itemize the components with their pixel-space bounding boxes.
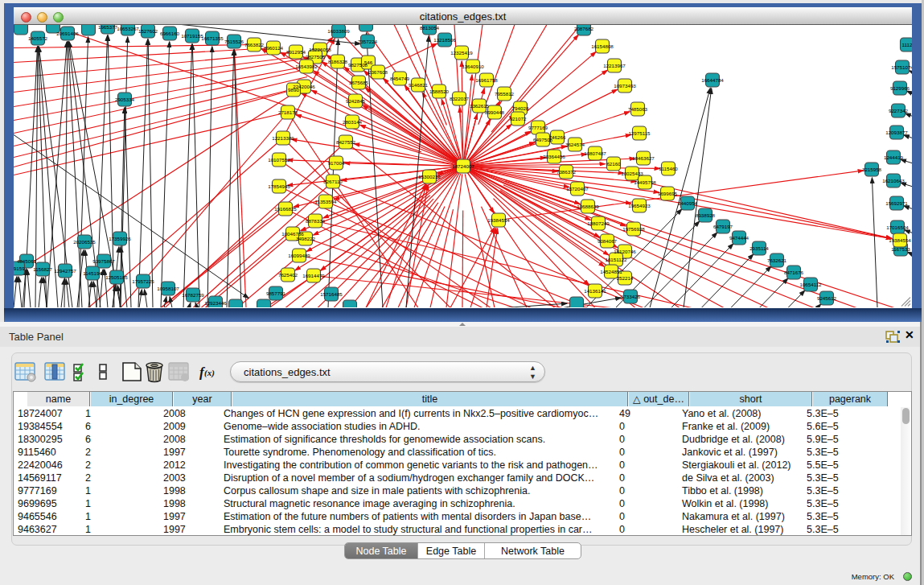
svg-text:7625402: 7625402 — [278, 272, 298, 278]
svg-text:9777169: 9777169 — [528, 125, 548, 130]
svg-text:16151122: 16151122 — [605, 257, 627, 262]
svg-text:6497508: 6497508 — [533, 137, 553, 142]
svg-text:15716485: 15716485 — [320, 291, 343, 297]
svg-text:2718176: 2718176 — [278, 109, 298, 115]
svg-text:6479197: 6479197 — [713, 224, 733, 229]
svg-text:13640910: 13640910 — [462, 64, 484, 69]
svg-text:1156827: 1156827 — [33, 266, 52, 272]
svg-text:252214: 252214 — [617, 275, 634, 281]
svg-text:794028: 794028 — [512, 105, 529, 111]
svg-text:16033809: 16033809 — [327, 28, 350, 34]
svg-text:1145194: 1145194 — [83, 270, 102, 276]
svg-text:8990448: 8990448 — [485, 109, 505, 115]
svg-text:16154808: 16154808 — [591, 43, 614, 49]
svg-text:9699695: 9699695 — [658, 191, 678, 196]
svg-text:10958107: 10958107 — [157, 286, 179, 291]
svg-text:12093877: 12093877 — [885, 130, 908, 135]
svg-text:12213967: 12213967 — [603, 63, 626, 68]
svg-text:7515526: 7515526 — [224, 39, 244, 44]
svg-text:16099489: 16099489 — [288, 253, 310, 258]
svg-text:10973493: 10973493 — [614, 83, 636, 89]
svg-text:7357224: 7357224 — [358, 39, 378, 44]
svg-text:10107552: 10107552 — [268, 157, 290, 163]
svg-text:3675685: 3675685 — [349, 80, 369, 85]
svg-text:19384554: 19384554 — [487, 217, 510, 223]
svg-text:7663822: 7663822 — [244, 42, 265, 47]
svg-text:12213389: 12213389 — [272, 135, 294, 141]
svg-text:10688639: 10688639 — [577, 204, 599, 209]
svg-text:8454749: 8454749 — [390, 76, 410, 81]
svg-text:10654112: 10654112 — [799, 282, 822, 287]
svg-text:8471676: 8471676 — [784, 270, 804, 275]
svg-text:8427552: 8427552 — [336, 139, 356, 145]
svg-text:19654923: 19654923 — [628, 203, 651, 208]
svg-text:2087682: 2087682 — [574, 26, 594, 31]
svg-text:15720407: 15720407 — [566, 186, 589, 192]
svg-text:1244419: 1244419 — [884, 154, 904, 160]
svg-text:19166825: 19166825 — [274, 206, 297, 212]
svg-text:7955812: 7955812 — [495, 91, 515, 97]
svg-text:7632621: 7632621 — [767, 257, 787, 263]
svg-text:14524851: 14524851 — [600, 269, 622, 274]
svg-text:16543982: 16543982 — [295, 64, 318, 69]
svg-text:16120746: 16120746 — [614, 249, 636, 254]
svg-text:2803144: 2803144 — [343, 119, 363, 125]
svg-text:1112: 1112 — [902, 42, 912, 47]
svg-text:17359926: 17359926 — [109, 236, 131, 241]
svg-text:1965377: 1965377 — [98, 25, 118, 30]
svg-text:14495798: 14495798 — [634, 179, 656, 185]
svg-text:9129966: 9129966 — [890, 85, 910, 91]
svg-text:16671355: 16671355 — [201, 35, 224, 41]
svg-text:1405572: 1405572 — [28, 35, 48, 41]
svg-text:1440954: 1440954 — [678, 200, 698, 206]
svg-text:2367608: 2367608 — [368, 69, 388, 75]
svg-text:4845061: 4845061 — [17, 258, 37, 264]
svg-text:9245612: 9245612 — [817, 295, 837, 301]
svg-text:8267110: 8267110 — [323, 179, 343, 184]
svg-text:1588520: 1588520 — [429, 89, 450, 94]
svg-text:17854945: 17854945 — [268, 183, 290, 189]
svg-text:11353594: 11353594 — [314, 199, 337, 204]
svg-text:9227342: 9227342 — [889, 108, 909, 113]
svg-text:9890: 9890 — [288, 87, 299, 93]
svg-text:12923446: 12923446 — [204, 300, 227, 306]
svg-text:12325419: 12325419 — [450, 50, 473, 56]
svg-text:8938928: 8938928 — [696, 212, 716, 218]
svg-text:921072: 921072 — [510, 116, 527, 122]
svg-text:8322037: 8322037 — [450, 96, 470, 101]
svg-text:8960124: 8960124 — [264, 45, 284, 51]
svg-text:16210643: 16210643 — [882, 178, 905, 183]
svg-text:15692971: 15692971 — [885, 200, 908, 206]
svg-text:9146821: 9146821 — [409, 82, 429, 88]
svg-text:1733426: 1733426 — [621, 294, 641, 299]
svg-text:2905334: 2905334 — [115, 97, 135, 102]
svg-text:16782759: 16782759 — [182, 292, 204, 298]
svg-text:10807487: 10807487 — [584, 150, 606, 156]
svg-text:2935114: 2935114 — [749, 245, 769, 251]
svg-text:9827506: 9827506 — [306, 54, 326, 60]
svg-text:20691406: 20691406 — [56, 31, 79, 36]
svg-text:15300215: 15300215 — [418, 174, 441, 179]
svg-text:12942757: 12942757 — [54, 268, 76, 274]
svg-text:(x): (x) — [204, 368, 215, 378]
svg-text:9857791: 9857791 — [266, 290, 286, 296]
svg-text:12975115: 12975115 — [628, 130, 651, 136]
svg-text:1362615: 1362615 — [470, 103, 490, 109]
svg-text:16644784: 16644784 — [701, 77, 724, 83]
svg-text:20364456: 20364456 — [543, 154, 565, 159]
svg-text:39159: 39159 — [14, 266, 25, 271]
svg-text:16914479: 16914479 — [302, 273, 325, 278]
svg-text:3498222: 3498222 — [296, 236, 316, 241]
svg-text:8813054: 8813054 — [420, 25, 440, 31]
svg-text:18724007: 18724007 — [452, 163, 474, 169]
svg-text:17016504: 17016504 — [886, 225, 909, 230]
svg-text:1527602: 1527602 — [138, 28, 158, 34]
svg-text:9474444: 9474444 — [729, 235, 749, 241]
svg-text:10653267: 10653267 — [117, 26, 139, 31]
svg-text:17957225: 17957225 — [132, 278, 154, 284]
svg-text:18807249: 18807249 — [587, 220, 610, 226]
svg-text:10025433: 10025433 — [621, 171, 643, 176]
svg-text:19756928: 19756928 — [622, 226, 645, 232]
svg-text:16961758: 16961758 — [475, 77, 498, 83]
svg-text:8878334: 8878334 — [306, 218, 326, 224]
